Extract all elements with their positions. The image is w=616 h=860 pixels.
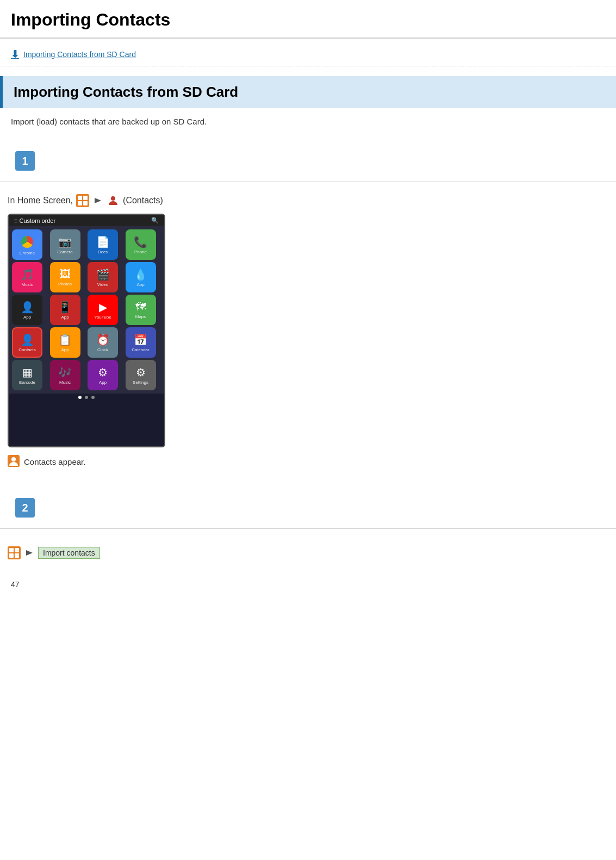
app-barcode: ▦ Barcode bbox=[12, 360, 42, 390]
step2-arrow-icon bbox=[24, 547, 35, 558]
app-docs: 📄 Docs bbox=[88, 229, 118, 260]
phone-dots bbox=[9, 394, 164, 401]
app-phone: 📞 Phone bbox=[126, 229, 156, 260]
section-body: Import (load) contacts that are backed u… bbox=[0, 108, 616, 146]
app-calendar: 📅 Calendar bbox=[126, 327, 156, 358]
phone-top-bar: ≡ Custom order 🔍 bbox=[9, 215, 164, 226]
step2-apps-icon bbox=[8, 546, 21, 559]
phone-top-label: ≡ Custom order bbox=[14, 217, 55, 224]
app-dark1: 👤 App bbox=[12, 295, 42, 325]
app-maps: 🗺 Maps bbox=[126, 295, 156, 325]
toc-item-sd-card[interactable]: ⬇ Importing Contacts from SD Card bbox=[11, 48, 605, 60]
toc-item-label: Importing Contacts from SD Card bbox=[23, 50, 136, 59]
arrow-icon bbox=[92, 195, 103, 206]
step1-suffix: (Contacts) bbox=[123, 196, 163, 205]
app-purple: ⚙ App bbox=[88, 360, 118, 390]
step1-prefix: In Home Screen, bbox=[8, 196, 73, 205]
step2-divider bbox=[0, 528, 616, 529]
app-settings: ⚙ Settings bbox=[126, 360, 156, 390]
step2-badge: 2 bbox=[15, 498, 35, 518]
page-title: Importing Contacts bbox=[11, 10, 605, 30]
app-blue: 💧 App bbox=[126, 262, 156, 292]
toc-section: ⬇ Importing Contacts from SD Card bbox=[0, 39, 616, 66]
app-youtube: ▶ YouTube bbox=[88, 295, 118, 325]
page-container: Importing Contacts ⬇ Importing Contacts … bbox=[0, 0, 616, 600]
step1-divider bbox=[0, 182, 616, 182]
step1-result: Contacts appear. bbox=[8, 455, 605, 469]
page-header: Importing Contacts bbox=[0, 0, 616, 39]
app-music: 🎵 Music bbox=[12, 262, 42, 292]
phone-app-grid: Chrome 📷 Camera 📄 Docs 📞 Phone 🎵 M bbox=[9, 226, 164, 394]
step1-instruction: In Home Screen, (Contacts) bbox=[8, 194, 605, 207]
section-description: Import (load) contacts that are backed u… bbox=[11, 117, 605, 126]
svg-marker-4 bbox=[26, 550, 33, 556]
phone-screenshot: ≡ Custom order 🔍 Chrome 📷 Camera 📄 Docs bbox=[8, 214, 165, 447]
section-header: Importing Contacts from SD Card bbox=[0, 76, 616, 108]
svg-marker-0 bbox=[95, 198, 101, 203]
app-video: 🎬 Video bbox=[88, 262, 118, 292]
app-red2: 📱 App bbox=[50, 295, 80, 325]
section-title: Importing Contacts from SD Card bbox=[14, 84, 238, 100]
step1-content: In Home Screen, (Contacts) bbox=[0, 189, 616, 482]
contacts-result-icon bbox=[8, 455, 20, 469]
step2-content: Import contacts bbox=[0, 535, 616, 567]
step1-badge: 1 bbox=[15, 151, 35, 171]
step1-badge-container: 1 bbox=[0, 146, 616, 176]
phone-search-icon: 🔍 bbox=[151, 217, 159, 224]
app-camera: 📷 Camera bbox=[50, 229, 80, 260]
apps-menu-icon bbox=[76, 194, 89, 207]
page-number: 47 bbox=[11, 580, 20, 589]
toc-arrow-icon: ⬇ bbox=[11, 48, 19, 60]
import-contacts-label: Import contacts bbox=[38, 547, 100, 559]
dot-3 bbox=[91, 396, 95, 399]
svg-point-3 bbox=[11, 457, 16, 462]
app-contacts-highlighted: 👤 Contacts bbox=[12, 327, 42, 358]
app-music2: 🎶 Music bbox=[50, 360, 80, 390]
step2-instruction: Import contacts bbox=[8, 546, 605, 559]
step1-result-text: Contacts appear. bbox=[24, 457, 85, 466]
dot-1 bbox=[78, 396, 82, 399]
app-chrome: Chrome bbox=[12, 229, 42, 260]
dot-2 bbox=[85, 396, 88, 399]
step2-badge-container: 2 bbox=[0, 493, 616, 523]
app-photos: 🖼 Photos bbox=[50, 262, 80, 292]
svg-point-1 bbox=[111, 196, 115, 201]
app-clock: ⏰ Clock bbox=[88, 327, 118, 358]
contacts-person-icon bbox=[107, 194, 120, 207]
app-contacts2: 📋 App bbox=[50, 327, 80, 358]
